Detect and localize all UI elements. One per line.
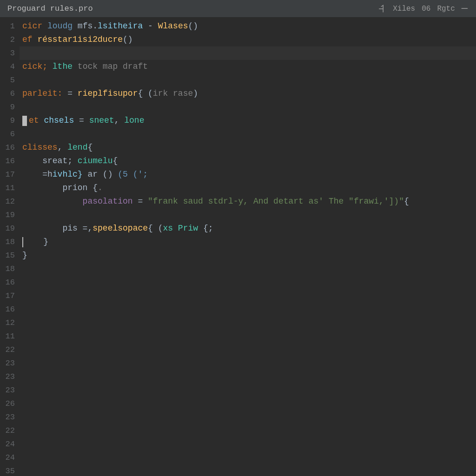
line-number: 11 bbox=[0, 330, 15, 343]
line-number: 9 bbox=[0, 114, 15, 127]
line-number: 24 bbox=[0, 437, 15, 451]
code-line bbox=[22, 303, 476, 316]
code-line: cick; lthe tock map draft bbox=[22, 60, 476, 73]
code-line bbox=[22, 100, 476, 114]
line-number: 18 bbox=[0, 262, 15, 276]
code-line bbox=[22, 262, 476, 276]
code-line bbox=[22, 208, 476, 222]
code-line: cicr loudg mfs.lsitheira - Wlases() bbox=[22, 20, 476, 33]
tab-bar-actions: Xiles 06 Rgtc — bbox=[378, 3, 476, 14]
tab-title: Proguard rules.pro bbox=[7, 4, 93, 13]
line-number: 16 bbox=[0, 303, 15, 316]
header-xiles-label[interactable]: Xiles bbox=[393, 5, 415, 13]
code-line bbox=[22, 397, 476, 410]
line-number-gutter: 1 2 3 4 5 6 9 9 6 16 16 17 11 12 19 19 1… bbox=[0, 18, 20, 476]
code-line: pasolation = "frank saud stdrl-y, And de… bbox=[22, 195, 476, 208]
line-number: 17 bbox=[0, 289, 15, 303]
code-line: =hivhlc} ar () (5 ('; bbox=[22, 168, 476, 181]
code-line: parleit: = rieplfisupor{ (irk rase) bbox=[22, 87, 476, 100]
line-number: 6 bbox=[0, 87, 15, 100]
line-number: 19 bbox=[0, 222, 15, 235]
header-right-label[interactable]: Rgtc bbox=[437, 5, 455, 13]
tab-bar: Proguard rules.pro Xiles 06 Rgtc — bbox=[0, 0, 476, 18]
line-number: 9 bbox=[0, 100, 15, 114]
code-line: sreat; ciumelu{ bbox=[22, 154, 476, 168]
line-number: 23 bbox=[0, 370, 15, 383]
tab-proguard[interactable]: Proguard rules.pro bbox=[0, 0, 100, 17]
code-line bbox=[22, 410, 476, 424]
code-line bbox=[22, 316, 476, 330]
line-number: 12 bbox=[0, 195, 15, 208]
cursor-icon bbox=[22, 116, 27, 126]
line-number: 23 bbox=[0, 357, 15, 370]
line-number: 35 bbox=[0, 464, 15, 476]
line-number: 15 bbox=[0, 249, 15, 262]
code-line: prion {. bbox=[22, 181, 476, 195]
line-number: 18 bbox=[0, 235, 15, 249]
header-counter: 06 bbox=[422, 5, 430, 13]
code-line: et chsels = sneet, lone bbox=[22, 114, 476, 127]
line-number: 6 bbox=[0, 127, 15, 141]
code-line: clisses, lend{ bbox=[22, 141, 476, 154]
code-line: } bbox=[22, 235, 476, 249]
code-line bbox=[22, 276, 476, 289]
code-line: pis =,speelsopace{ (xs Priw {; bbox=[22, 222, 476, 235]
line-number: 23 bbox=[0, 383, 15, 397]
line-number: 11 bbox=[0, 181, 15, 195]
code-line bbox=[22, 357, 476, 370]
code-line bbox=[22, 343, 476, 357]
line-number: 5 bbox=[0, 73, 15, 87]
line-number: 22 bbox=[0, 343, 15, 357]
code-area[interactable]: cicr loudg mfs.lsitheira - Wlases() ef r… bbox=[20, 18, 476, 476]
code-line bbox=[22, 464, 476, 476]
line-number: 4 bbox=[0, 60, 15, 73]
line-number: 19 bbox=[0, 208, 15, 222]
line-number: 22 bbox=[0, 424, 15, 437]
line-number: 2 bbox=[0, 33, 15, 46]
code-line bbox=[22, 73, 476, 87]
line-number: 23 bbox=[0, 410, 15, 424]
line-number: 24 bbox=[0, 451, 15, 464]
code-line bbox=[22, 437, 476, 451]
code-line bbox=[22, 451, 476, 464]
code-line bbox=[22, 424, 476, 437]
line-number: 17 bbox=[0, 168, 15, 181]
code-line bbox=[22, 330, 476, 343]
line-number: 16 bbox=[0, 276, 15, 289]
line-number: 1 bbox=[0, 20, 15, 33]
line-number: 3 bbox=[0, 46, 15, 60]
line-number: 12 bbox=[0, 316, 15, 330]
share-icon[interactable] bbox=[378, 5, 386, 13]
code-line bbox=[22, 127, 476, 141]
code-editor[interactable]: 1 2 3 4 5 6 9 9 6 16 16 17 11 12 19 19 1… bbox=[0, 18, 476, 476]
minimize-icon[interactable]: — bbox=[462, 3, 468, 14]
line-number: 16 bbox=[0, 141, 15, 154]
code-line: } bbox=[22, 249, 476, 262]
code-line-current bbox=[20, 46, 476, 60]
line-number: 16 bbox=[0, 154, 15, 168]
code-line: ef résstar1isi2ducre() bbox=[22, 33, 476, 46]
code-line bbox=[22, 383, 476, 397]
code-line bbox=[22, 289, 476, 303]
code-line bbox=[22, 370, 476, 383]
line-number: 26 bbox=[0, 397, 15, 410]
